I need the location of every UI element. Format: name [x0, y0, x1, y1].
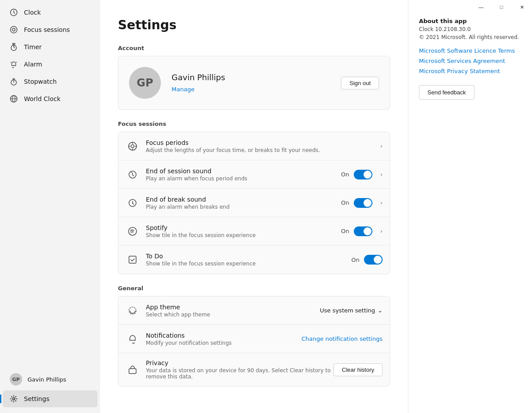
sidebar-bottom: GP Gavin Phillips Settings: [0, 368, 100, 413]
svg-point-2: [12, 28, 15, 31]
end-break-title: End of break sound: [146, 196, 341, 203]
app-theme-icon: [125, 304, 140, 318]
spotify-chevron[interactable]: ›: [380, 228, 383, 234]
account-info: Gavin Phillips Manage: [172, 73, 330, 93]
settings-icon: [10, 395, 18, 403]
licence-link[interactable]: Microsoft Software Licence Terms: [419, 47, 521, 54]
maximize-button[interactable]: □: [491, 0, 512, 14]
focus-sessions-card: Focus periods Adjust the lengths of your…: [118, 132, 390, 274]
spotify-text: Spotify Show tile in the focus session e…: [146, 224, 341, 238]
about-copyright: © 2021 Microsoft. All rights reserved.: [419, 34, 521, 40]
sign-out-button[interactable]: Sign out: [341, 77, 379, 90]
todo-control: On: [352, 255, 383, 265]
end-break-text: End of break sound Play an alarm when br…: [146, 196, 341, 210]
account-avatar: GP: [129, 67, 161, 99]
change-notifications-link[interactable]: Change notification settings: [301, 335, 383, 342]
svg-point-12: [13, 398, 15, 400]
end-break-toggle-label: On: [341, 199, 349, 206]
svg-point-6: [16, 62, 17, 63]
spotify-title: Spotify: [146, 224, 341, 231]
end-break-control: On ›: [341, 198, 383, 208]
spotify-toggle-label: On: [341, 228, 349, 234]
svg-rect-18: [129, 256, 136, 263]
notifications-icon: [125, 332, 140, 346]
sidebar-item-stopwatch[interactable]: Stopwatch: [3, 73, 98, 90]
svg-point-5: [11, 62, 12, 63]
end-break-sound-row: End of break sound Play an alarm when br…: [118, 189, 390, 217]
send-feedback-button[interactable]: Send feedback: [419, 85, 474, 100]
svg-rect-8: [13, 78, 15, 79]
general-section: General App theme Select which app theme…: [118, 285, 390, 386]
sidebar-item-stopwatch-label: Stopwatch: [24, 78, 57, 85]
services-link[interactable]: Microsoft Services Agreement: [419, 58, 521, 64]
privacy-subtitle: Your data is stored on your device for 9…: [146, 367, 333, 380]
end-session-subtitle: Play an alarm when focus period ends: [146, 175, 341, 182]
sidebar-settings-label: Settings: [24, 395, 49, 402]
account-card: GP Gavin Phillips Manage Sign out: [118, 56, 390, 110]
spotify-control: On ›: [341, 226, 383, 236]
end-break-chevron[interactable]: ›: [380, 199, 383, 206]
notifications-row: Notifications Modify your notification s…: [118, 325, 390, 353]
right-panel: About this app Clock 10.2108.30.0 © 2021…: [408, 0, 532, 413]
todo-toggle[interactable]: [364, 255, 383, 265]
privacy-control: Clear history: [333, 363, 383, 376]
end-session-toggle-label: On: [341, 171, 349, 178]
sidebar-item-world-clock[interactable]: World Clock: [3, 90, 98, 107]
app-theme-chevron: ⌄: [378, 307, 383, 314]
focus-periods-subtitle: Adjust the lengths of your focus time, o…: [146, 147, 377, 153]
close-button[interactable]: ✕: [512, 0, 532, 14]
main-content: Settings Account GP Gavin Phillips Manag…: [100, 0, 408, 413]
end-session-icon: [125, 168, 140, 182]
notifications-text: Notifications Modify your notification s…: [146, 332, 301, 346]
clear-history-button[interactable]: Clear history: [333, 363, 383, 376]
todo-icon: [125, 253, 140, 267]
app-theme-text: App theme Select which app theme: [146, 304, 320, 318]
focus-periods-text: Focus periods Adjust the lengths of your…: [146, 139, 377, 153]
sidebar: Clock Focus sessions Timer Alarm: [0, 0, 100, 413]
app-theme-dropdown[interactable]: Use system setting ⌄: [320, 307, 383, 314]
end-session-chevron[interactable]: ›: [380, 171, 383, 178]
notifications-subtitle: Modify your notification settings: [146, 340, 301, 346]
app-theme-row: App theme Select which app theme Use sys…: [118, 296, 390, 325]
sidebar-item-timer[interactable]: Timer: [3, 39, 98, 55]
end-session-toggle[interactable]: [354, 170, 372, 179]
end-session-control: On ›: [341, 170, 383, 179]
end-break-toggle[interactable]: [354, 198, 372, 208]
todo-subtitle: Show tile in the focus session experienc…: [146, 261, 352, 267]
sidebar-item-alarm[interactable]: Alarm: [3, 56, 98, 73]
sidebar-avatar: GP: [10, 373, 22, 386]
spotify-row: Spotify Show tile in the focus session e…: [118, 217, 390, 245]
focus-icon: [10, 26, 18, 34]
minimize-button[interactable]: —: [471, 0, 491, 14]
end-session-title: End of session sound: [146, 168, 341, 175]
sidebar-item-settings[interactable]: Settings: [3, 390, 98, 407]
page-title: Settings: [118, 18, 390, 32]
spotify-subtitle: Show tile in the focus session experienc…: [146, 232, 341, 238]
end-break-icon: [125, 196, 140, 210]
sidebar-item-focus-label: Focus sessions: [24, 26, 70, 33]
svg-rect-20: [129, 369, 136, 374]
todo-row: To Do Show tile in the focus session exp…: [118, 245, 390, 274]
sidebar-nav: Clock Focus sessions Timer Alarm: [0, 4, 100, 368]
app-theme-subtitle: Select which app theme: [146, 312, 320, 318]
stopwatch-icon: [10, 78, 18, 86]
about-title: About this app: [419, 18, 521, 24]
account-name: Gavin Phillips: [172, 73, 330, 82]
spotify-toggle[interactable]: [354, 226, 372, 236]
todo-title: To Do: [146, 253, 352, 260]
sidebar-item-focus-sessions[interactable]: Focus sessions: [3, 21, 98, 38]
app-theme-control: Use system setting ⌄: [320, 307, 383, 314]
general-section-label: General: [118, 285, 390, 292]
privacy-icon: [125, 362, 140, 377]
app-theme-value: Use system setting: [320, 307, 375, 314]
sidebar-item-timer-label: Timer: [24, 43, 42, 51]
privacy-title: Privacy: [146, 359, 333, 366]
notifications-control: Change notification settings: [301, 335, 383, 342]
privacy-statement-link[interactable]: Microsoft Privacy Statement: [419, 68, 521, 74]
sidebar-item-clock[interactable]: Clock: [3, 4, 98, 21]
sidebar-user[interactable]: GP Gavin Phillips: [3, 369, 98, 390]
account-section-label: Account: [118, 45, 390, 51]
focus-periods-chevron[interactable]: ›: [380, 143, 383, 149]
timer-icon: [10, 43, 18, 51]
manage-link[interactable]: Manage: [172, 86, 195, 93]
